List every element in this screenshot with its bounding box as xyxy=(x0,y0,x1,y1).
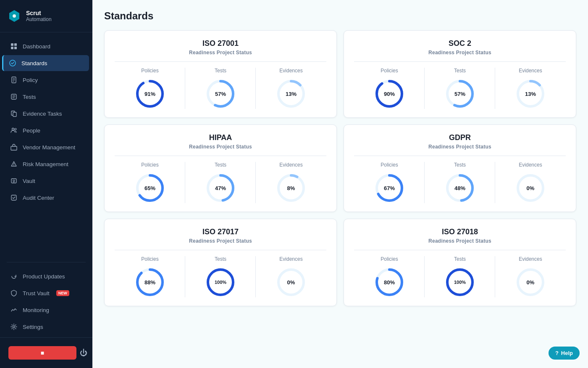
circle-text-hipaa-1: 47% xyxy=(215,185,226,191)
circle-text-iso27001-1: 57% xyxy=(215,91,226,97)
sidebar-item-label: Audit Center xyxy=(23,195,54,201)
logout-button[interactable]: ■ xyxy=(8,346,76,360)
standard-card-gdpr[interactable]: GDPRReadiness Project StatusPolicies67%T… xyxy=(344,124,576,212)
circle-text-hipaa-0: 65% xyxy=(144,185,155,191)
metric-section-iso27017-evidences: Evidences0% xyxy=(256,256,326,297)
trust-icon xyxy=(10,289,18,297)
standard-name-iso27018: ISO 27018 xyxy=(354,228,566,236)
sidebar-item-settings[interactable]: Settings xyxy=(3,319,89,335)
sidebar-item-label: People xyxy=(23,127,40,134)
standard-card-iso27017[interactable]: ISO 27017Readiness Project StatusPolicie… xyxy=(104,219,337,306)
circle-container-iso27001-1: 57% xyxy=(205,79,236,109)
circle-text-gdpr-0: 67% xyxy=(384,185,395,191)
sidebar: Scrut Automation Dashboard Standards Pol… xyxy=(0,0,92,368)
metric-section-iso27017-tests: Tests100% xyxy=(185,256,256,297)
card-separator-soc2 xyxy=(354,61,566,62)
people-icon xyxy=(10,127,18,134)
circle-text-soc2-2: 13% xyxy=(525,91,536,97)
metric-section-iso27001-tests: Tests57% xyxy=(185,68,256,109)
sidebar-item-people[interactable]: People xyxy=(3,122,89,138)
circle-container-iso27017-0: 88% xyxy=(135,267,165,297)
circle-container-hipaa-1: 47% xyxy=(205,173,236,203)
standard-card-iso27018[interactable]: ISO 27018Readiness Project StatusPolicie… xyxy=(344,219,576,306)
help-button[interactable]: ? Help xyxy=(549,347,580,360)
metric-section-iso27018-evidences: Evidences0% xyxy=(495,256,566,297)
circle-text-gdpr-2: 0% xyxy=(527,185,535,191)
sidebar-item-evidence-tasks[interactable]: Evidence Tasks xyxy=(3,106,89,122)
sidebar-item-tests[interactable]: Tests xyxy=(3,89,89,105)
tests-icon xyxy=(10,93,18,101)
standard-card-hipaa[interactable]: HIPAAReadiness Project StatusPolicies65%… xyxy=(104,124,337,212)
readiness-label-iso27018: Readiness Project Status xyxy=(354,238,566,244)
circle-container-iso27018-1: 100% xyxy=(445,267,475,297)
circle-container-soc2-2: 13% xyxy=(515,79,546,109)
svg-point-21 xyxy=(13,180,15,182)
svg-point-24 xyxy=(13,326,15,328)
sidebar-item-vendor-management[interactable]: Vendor Management xyxy=(3,139,89,155)
standard-card-iso27001[interactable]: ISO 27001Readiness Project StatusPolicie… xyxy=(104,30,337,118)
sidebar-item-audit-center[interactable]: Audit Center xyxy=(3,190,89,206)
metric-label-iso27017-1: Tests xyxy=(215,256,226,262)
main-content: Standards ISO 27001Readiness Project Sta… xyxy=(92,0,588,368)
metric-label-hipaa-1: Tests xyxy=(215,162,226,168)
app-logo-icon xyxy=(7,8,22,24)
circle-text-iso27017-1: 100% xyxy=(215,280,226,285)
metric-label-iso27001-2: Evidences xyxy=(279,68,302,74)
metric-section-gdpr-tests: Tests48% xyxy=(425,162,495,203)
sidebar-item-label: Dashboard xyxy=(23,43,50,50)
standard-card-soc2[interactable]: SOC 2Readiness Project StatusPolicies90%… xyxy=(344,30,576,118)
metric-label-hipaa-0: Policies xyxy=(141,162,158,168)
circle-text-soc2-1: 57% xyxy=(454,91,465,97)
sidebar-item-product-updates[interactable]: Product Updates xyxy=(3,268,89,284)
metric-section-soc2-tests: Tests57% xyxy=(425,68,495,109)
sidebar-item-trust-vault[interactable]: Trust Vault NEW xyxy=(3,285,89,301)
logout-icon: ■ xyxy=(41,349,44,356)
metric-section-soc2-evidences: Evidences13% xyxy=(495,68,566,109)
new-badge: NEW xyxy=(56,290,69,296)
metric-section-iso27017-policies: Policies88% xyxy=(115,256,185,297)
dashboard-icon xyxy=(10,42,18,50)
metric-section-hipaa-tests: Tests47% xyxy=(185,162,256,203)
metric-section-iso27018-tests: Tests100% xyxy=(425,256,495,297)
metric-label-iso27018-1: Tests xyxy=(454,256,466,262)
sidebar-footer: ■ ⏻ xyxy=(0,337,92,368)
sidebar-item-policy[interactable]: Policy xyxy=(3,72,89,88)
metric-section-iso27018-policies: Policies80% xyxy=(354,256,425,297)
metric-label-iso27017-0: Policies xyxy=(141,256,158,262)
audit-icon xyxy=(10,194,18,201)
metric-label-hipaa-2: Evidences xyxy=(279,162,302,168)
circle-container-soc2-1: 57% xyxy=(445,79,475,109)
svg-rect-14 xyxy=(13,112,16,116)
main-nav: Dashboard Standards Policy Tests xyxy=(0,32,92,259)
sidebar-item-label: Vendor Management xyxy=(23,144,75,151)
standard-name-soc2: SOC 2 xyxy=(354,39,566,48)
sidebar-item-monitoring[interactable]: Monitoring xyxy=(3,302,89,318)
sidebar-item-label: Settings xyxy=(23,324,43,330)
exit-icon[interactable]: ⏻ xyxy=(80,349,87,357)
logo-text: Scrut Automation xyxy=(26,10,52,23)
metric-section-gdpr-policies: Policies67% xyxy=(354,162,425,203)
standard-name-iso27001: ISO 27001 xyxy=(115,39,326,48)
card-separator-iso27017 xyxy=(115,250,326,250)
metric-label-iso27018-0: Policies xyxy=(381,256,398,262)
sidebar-item-standards[interactable]: Standards xyxy=(2,55,89,71)
vendor-icon xyxy=(10,143,18,151)
risk-icon xyxy=(10,160,18,168)
circle-text-soc2-0: 90% xyxy=(384,91,395,97)
sidebar-item-risk-management[interactable]: Risk Management xyxy=(3,156,89,172)
circle-text-iso27018-2: 0% xyxy=(527,279,535,286)
bottom-nav: Product Updates Trust Vault NEW Monitori… xyxy=(0,266,92,337)
circle-text-iso27018-1: 100% xyxy=(454,280,466,285)
sidebar-item-label: Standards xyxy=(21,60,47,66)
standards-icon xyxy=(9,59,16,67)
circle-container-hipaa-2: 8% xyxy=(276,173,306,203)
vault-icon xyxy=(10,177,18,185)
metric-section-hipaa-evidences: Evidences8% xyxy=(256,162,326,203)
page-title: Standards xyxy=(104,10,576,22)
sidebar-item-dashboard[interactable]: Dashboard xyxy=(3,38,89,54)
metric-label-iso27018-2: Evidences xyxy=(519,256,542,262)
readiness-label-gdpr: Readiness Project Status xyxy=(354,144,566,150)
sidebar-item-vault[interactable]: Vault xyxy=(3,173,89,189)
card-separator-iso27018 xyxy=(354,250,566,250)
svg-rect-4 xyxy=(14,43,17,46)
